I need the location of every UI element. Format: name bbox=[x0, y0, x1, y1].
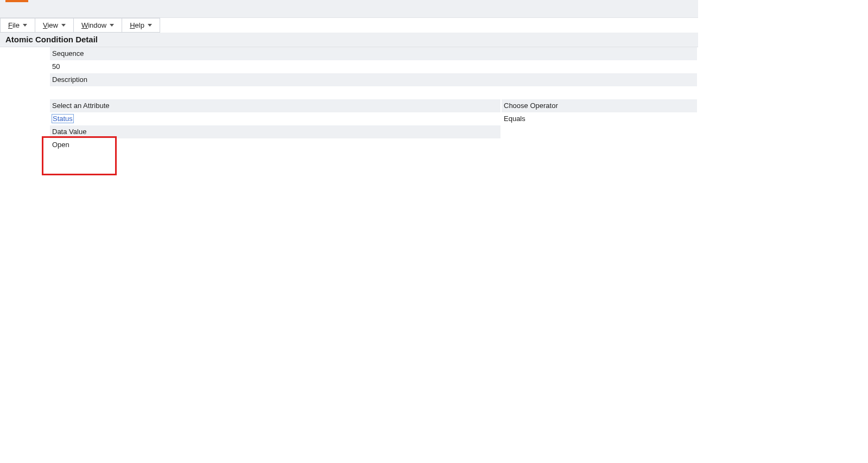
operator-value[interactable]: Equals bbox=[502, 112, 697, 125]
menu-window-label: Window bbox=[81, 21, 106, 29]
menu-view[interactable]: View bbox=[35, 18, 74, 33]
attribute-value-cell[interactable]: Status bbox=[50, 112, 500, 125]
attribute-link[interactable]: Status bbox=[52, 115, 73, 123]
chevron-down-icon bbox=[110, 24, 114, 27]
top-banner bbox=[0, 0, 698, 18]
menu-view-label: View bbox=[43, 21, 58, 29]
attribute-label: Select an Attribute bbox=[50, 99, 500, 112]
page-title: Atomic Condition Detail bbox=[0, 33, 698, 47]
description-label: Description bbox=[50, 73, 697, 86]
chevron-down-icon bbox=[23, 24, 27, 27]
menubar: File View Window Help bbox=[0, 18, 698, 33]
chevron-down-icon bbox=[148, 24, 152, 27]
sequence-value[interactable]: 50 bbox=[50, 60, 697, 73]
menu-file[interactable]: File bbox=[0, 18, 35, 33]
chevron-down-icon bbox=[61, 24, 66, 27]
description-value[interactable] bbox=[50, 86, 697, 99]
menu-help-label: Help bbox=[130, 21, 144, 29]
sequence-label: Sequence bbox=[50, 47, 697, 60]
app-logo bbox=[5, 0, 28, 2]
menu-window[interactable]: Window bbox=[74, 18, 122, 33]
menu-file-label: File bbox=[8, 21, 20, 29]
data-value-label: Data Value bbox=[50, 125, 500, 138]
operator-label: Choose Operator bbox=[502, 99, 697, 112]
menu-help[interactable]: Help bbox=[122, 18, 160, 33]
data-value-value[interactable]: Open bbox=[50, 138, 500, 151]
